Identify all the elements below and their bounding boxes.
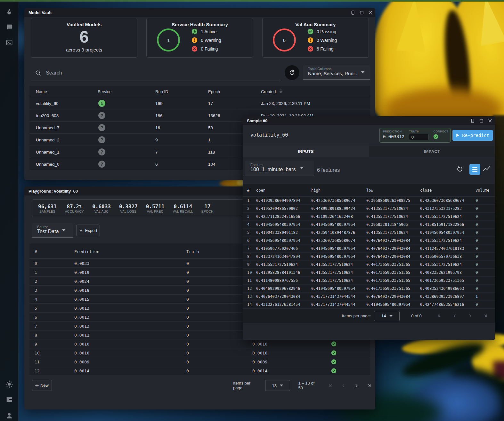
next-page-icon[interactable]	[354, 383, 359, 388]
vaulted-models-card: Vaulted Models 6 across 3 projects	[31, 18, 137, 58]
tab-inputs[interactable]: INPUTS	[243, 146, 369, 157]
cell-volume: 0	[476, 238, 478, 243]
col-header-created[interactable]: Created	[261, 89, 276, 94]
table-row[interactable]: 110.000900.0009	[29, 357, 370, 366]
model-vault-titlebar[interactable]: Model Vault	[24, 8, 375, 17]
table-row[interactable]: 10.419393860949978940.425360736856896740…	[243, 197, 495, 205]
sort-desc-icon[interactable]	[279, 89, 283, 94]
dropdown-value: Name, Services, Runi...	[308, 71, 359, 76]
desktop: Model Vault Vaulted Models 6 across 3 pr…	[0, 0, 504, 421]
window-title: Sample #0	[247, 118, 267, 123]
terminal-icon[interactable]	[6, 39, 13, 47]
legend-failing: 0 Failing	[191, 46, 221, 52]
close-icon[interactable]	[368, 11, 372, 14]
pass-icon	[307, 28, 313, 35]
user-icon[interactable]	[5, 412, 13, 421]
cell-runid: 169	[155, 101, 163, 106]
chevron-down-icon	[389, 315, 393, 317]
stat-epoch: 17EPOCH	[201, 203, 214, 213]
cell-open: 0.42371128324516566	[256, 214, 300, 219]
table-row[interactable]: 40.419456954803979540.419456954803979540…	[243, 221, 495, 229]
truth-input[interactable]	[409, 134, 429, 140]
feature-dropdown[interactable]: Feature 100_1_minute_bars	[245, 161, 314, 176]
new-button[interactable]: New	[32, 380, 52, 391]
cell-low: 0.4135531727510624	[366, 206, 408, 211]
cell-volume: 0	[476, 214, 478, 219]
col-header-name[interactable]: Name	[36, 89, 47, 94]
flame-icon[interactable]	[6, 9, 13, 17]
table-row[interactable]: 30.423711283245165660.43109326416324080.…	[243, 213, 495, 221]
items-per-page-label: Items per page:	[233, 381, 262, 390]
prev-page-icon[interactable]	[452, 313, 458, 319]
first-page-icon[interactable]	[329, 383, 334, 388]
col-header-index: #	[35, 249, 37, 254]
table-row[interactable]: 120.001400.0014	[29, 366, 370, 375]
table-row[interactable]: 20.41952004865798020.448993891883994240.…	[243, 205, 495, 213]
sample-tabs: INPUTS IMPACT	[243, 146, 495, 157]
cell-close: 0.41124574037618183	[420, 246, 464, 251]
cell-prediction: 0.0033	[74, 261, 89, 266]
table-row[interactable]: 60.419456954803979540.425360736856896740…	[243, 237, 495, 245]
cell-high: 0.43717731437044544	[311, 294, 355, 299]
sample-paginator: Items per page: 14 0 of 0	[243, 309, 495, 323]
cell-index: 8	[247, 254, 249, 259]
running-icon	[191, 28, 198, 35]
refresh-button[interactable]	[285, 65, 299, 80]
export-label: Export	[85, 228, 97, 233]
table-row[interactable]: 90.001000.0010	[29, 339, 370, 348]
cell-low: 0.41945695480397954	[366, 302, 410, 307]
cell-index: 1	[35, 270, 37, 274]
list-view-button[interactable]	[469, 164, 480, 175]
vaulted-models-count: 6	[31, 28, 137, 46]
tab-impact[interactable]: IMPACT	[369, 146, 495, 157]
close-icon[interactable]	[488, 119, 492, 123]
cell-service: ?	[98, 136, 105, 143]
table-row[interactable]: 110.41148008897675560.41355317275106240.…	[243, 277, 495, 285]
legend-warning: 0 Warning	[191, 37, 221, 43]
table-columns-dropdown[interactable]: Table Columns Name, Services, Runi...	[303, 65, 370, 80]
phone-icon[interactable]	[471, 119, 475, 123]
col-header-epoch[interactable]: Epoch	[208, 89, 220, 94]
source-dropdown[interactable]: Source Test Data	[32, 223, 73, 238]
table-row[interactable]: 100.001000.0010	[29, 348, 370, 357]
col-header-service[interactable]: Service	[98, 89, 111, 94]
table-row[interactable]: 50.41904233804911820.423594108944878760.…	[243, 229, 495, 237]
table-row[interactable]: 70.41059677502074660.419456954803979540.…	[243, 245, 495, 253]
re-predict-button[interactable]: Re-predict	[452, 130, 493, 141]
col-header-runid[interactable]: Run ID	[155, 89, 168, 94]
first-page-icon[interactable]	[437, 313, 443, 319]
cell-volume: 0	[476, 278, 478, 283]
table-row[interactable]: 130.407640377290430840.43717731437044544…	[243, 293, 495, 301]
cell-close: 0.4312735323175283	[420, 206, 462, 211]
service-unknown-icon: ?	[98, 136, 105, 143]
table-row[interactable]: 120.404692992967829460.41945695480397954…	[243, 285, 495, 293]
items-per-page-select[interactable]: 13	[265, 380, 290, 391]
stat-val-auc: 0.6033VAL AUC	[92, 203, 111, 213]
search-input[interactable]	[46, 70, 281, 76]
cell-live-prediction: 0.0009	[252, 359, 267, 364]
table-row[interactable]: 90.41355317275106240.41355317275106240.4…	[243, 261, 495, 269]
cell-prediction: 0.0009	[74, 359, 89, 364]
dashboard-icon[interactable]	[6, 396, 13, 404]
table-row[interactable]: 80.412372416340478940.419456954803979540…	[243, 253, 495, 261]
maximize-icon[interactable]	[479, 119, 483, 123]
chevron-down-icon	[300, 167, 303, 169]
last-page-icon[interactable]	[482, 313, 488, 319]
last-page-icon[interactable]	[366, 383, 371, 388]
sample-titlebar[interactable]: Sample #0	[243, 116, 495, 125]
items-per-page-select[interactable]: 14	[374, 311, 400, 321]
next-page-icon[interactable]	[467, 313, 473, 319]
reset-icon[interactable]	[456, 165, 464, 173]
table-row[interactable]: 100.412958287841913460.41355317275106240…	[243, 269, 495, 277]
prev-page-icon[interactable]	[341, 383, 346, 388]
chat-icon[interactable]	[6, 24, 13, 32]
cell-epoch: 58	[208, 125, 213, 130]
chart-view-button[interactable]	[483, 165, 492, 173]
cell-prediction: 0.0014	[74, 368, 89, 373]
phone-icon[interactable]	[351, 11, 355, 14]
maximize-icon[interactable]	[360, 11, 363, 14]
export-button[interactable]: Export	[76, 225, 100, 236]
table-row[interactable]: 140.431327612763814540.43717731437044544…	[243, 301, 495, 309]
table-row[interactable]: volatility_6016917Jan 23, 2026, 2:29:11 …	[29, 97, 370, 109]
sun-icon[interactable]	[5, 380, 13, 389]
